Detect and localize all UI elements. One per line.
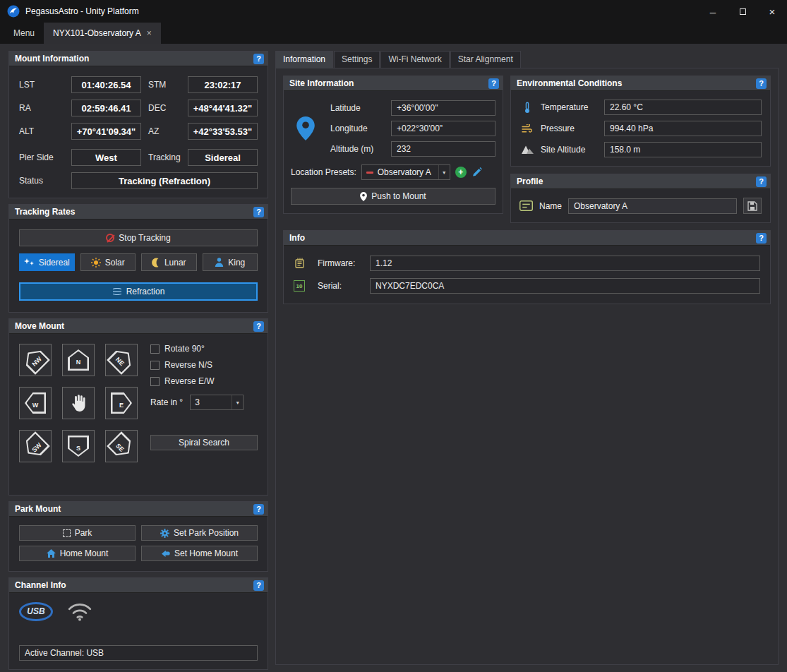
se-badge-icon: SE — [107, 431, 136, 461]
home-mount-button[interactable]: Home Mount — [19, 546, 136, 561]
move-w-button[interactable]: W — [19, 387, 52, 419]
altitude-input[interactable]: 232 — [391, 141, 495, 157]
chevron-down-icon[interactable]: ▼ — [232, 395, 243, 409]
e-badge-icon: E — [111, 392, 132, 414]
minimize-button[interactable]: – — [698, 0, 728, 23]
refraction-icon — [112, 288, 122, 295]
save-profile-button[interactable] — [743, 198, 762, 214]
spiral-search-label: Spiral Search — [179, 438, 229, 448]
channel-icons: USB — [19, 601, 258, 621]
move-options: Rotate 90° Reverse N/S Reverse E/W Rate … — [150, 344, 258, 462]
stop-tracking-button[interactable]: Stop Tracking — [19, 229, 258, 246]
preset-color-icon — [366, 172, 373, 174]
profile-name-label: Name — [539, 201, 562, 211]
panel-title: Tracking Rates — [15, 207, 75, 217]
longitude-input[interactable]: +022°30'00" — [391, 121, 495, 136]
floppy-icon — [747, 201, 757, 211]
chevron-down-icon[interactable]: ▼ — [438, 165, 450, 179]
info-header: Info ? — [284, 231, 770, 246]
move-s-button[interactable]: S — [62, 430, 95, 462]
tracking-rates-panel: Tracking Rates ? Stop Tracking Sidereal … — [8, 204, 268, 313]
latitude-input[interactable]: +36°00'00" — [391, 100, 495, 116]
tab-device[interactable]: NYX101-Observatory A × — [44, 23, 161, 44]
reverse-ew-label: Reverse E/W — [164, 376, 215, 386]
home-mount-label: Home Mount — [60, 548, 109, 558]
tab-wifi-network[interactable]: Wi-Fi Network — [380, 51, 449, 68]
stop-move-button[interactable] — [62, 387, 95, 419]
move-sw-button[interactable]: SW — [19, 430, 52, 462]
refraction-button[interactable]: Refraction — [19, 282, 258, 301]
tab-menu[interactable]: Menu — [4, 23, 44, 44]
panel-title: Channel Info — [15, 580, 66, 590]
help-icon[interactable]: ? — [488, 78, 499, 89]
help-icon[interactable]: ? — [756, 78, 767, 89]
mount-information-header: Mount Information ? — [9, 52, 268, 66]
stop-tracking-label: Stop Tracking — [119, 233, 170, 243]
set-park-position-button[interactable]: Set Park Position — [141, 525, 258, 541]
push-to-mount-label: Push to Mount — [371, 191, 426, 201]
device-tabstrip: Information Settings Wi-Fi Network Star … — [275, 51, 779, 68]
help-icon[interactable]: ? — [756, 176, 767, 187]
close-button[interactable]: × — [757, 0, 787, 23]
profile-header: Profile ? — [511, 174, 770, 189]
reverse-ns-checkbox[interactable]: Reverse N/S — [150, 360, 258, 370]
s-badge-icon: S — [68, 436, 89, 457]
move-se-button[interactable]: SE — [105, 430, 138, 462]
dec-label: DEC — [148, 103, 181, 113]
help-icon[interactable]: ? — [253, 54, 264, 64]
sun-icon — [91, 258, 101, 268]
move-e-button[interactable]: E — [105, 387, 138, 419]
set-home-mount-button[interactable]: Set Home Mount — [141, 546, 258, 561]
tracking-rates-body: Stop Tracking Sidereal Solar Lunar — [9, 220, 268, 312]
edit-pencil-icon[interactable] — [471, 167, 483, 178]
profile-name-input[interactable]: Observatory A — [568, 198, 737, 214]
help-icon[interactable]: ? — [253, 504, 264, 515]
lunar-button[interactable]: Lunar — [141, 253, 197, 271]
preset-select[interactable]: Observatory A ▼ — [361, 164, 450, 180]
panel-title: Profile — [517, 176, 543, 186]
person-icon — [215, 258, 224, 267]
direction-pad: NW N NE W E SW S SE — [19, 344, 138, 462]
help-icon[interactable]: ? — [253, 580, 264, 591]
serial-binary-icon — [294, 280, 305, 292]
king-button[interactable]: King — [203, 253, 258, 271]
tab-close-icon[interactable]: × — [147, 28, 152, 38]
tab-device-label: NYX101-Observatory A — [53, 28, 141, 38]
reverse-ew-checkbox[interactable]: Reverse E/W — [150, 376, 258, 386]
n-badge-icon: N — [68, 349, 89, 371]
move-n-button[interactable]: N — [62, 344, 95, 376]
alt-value: +70°41'09.34" — [71, 123, 141, 140]
info-panel: Info ? Firmware: 1.12 Serial: NYXDC7EDC0… — [283, 230, 771, 304]
tab-star-alignment[interactable]: Star Alignment — [450, 51, 521, 68]
push-to-mount-button[interactable]: Push to Mount — [291, 188, 495, 205]
lst-label: LST — [19, 80, 64, 90]
site-altitude-label: Site Altitude — [541, 145, 599, 155]
info-body: Firmware: 1.12 Serial: NYXDC7EDC0CA — [284, 246, 770, 304]
help-icon[interactable]: ? — [253, 321, 264, 332]
help-icon[interactable]: ? — [756, 233, 767, 244]
move-mount-body: NW N NE W E SW S SE Rotate 90° — [9, 334, 268, 495]
move-mount-panel: Move Mount ? NW N NE W E SW S SE — [8, 318, 268, 496]
spiral-search-button[interactable]: Spiral Search — [150, 435, 258, 450]
titlebar: PegasusAstro - Unity Platform – × — [0, 0, 787, 23]
information-tab-content: Site Information ? Latitude +36°00'00" L… — [275, 68, 779, 665]
maximize-button[interactable] — [728, 0, 757, 23]
add-preset-button[interactable]: + — [455, 167, 467, 178]
rotate-90-checkbox[interactable]: Rotate 90° — [150, 344, 258, 354]
environmental-header: Environmental Conditions ? — [511, 76, 770, 91]
rate-select[interactable]: 3 ▼ — [190, 395, 244, 410]
tab-information[interactable]: Information — [275, 51, 333, 68]
help-icon[interactable]: ? — [253, 207, 264, 217]
move-ne-button[interactable]: NE — [105, 344, 138, 376]
usb-icon: USB — [19, 602, 53, 621]
solar-button[interactable]: Solar — [80, 253, 136, 271]
sidereal-button[interactable]: Sidereal — [19, 253, 75, 271]
gear-icon — [160, 529, 169, 538]
park-button[interactable]: Park — [19, 525, 136, 541]
nw-badge-icon: NW — [20, 345, 50, 375]
panel-title: Environmental Conditions — [517, 78, 622, 88]
move-nw-button[interactable]: NW — [19, 344, 52, 376]
tab-settings[interactable]: Settings — [334, 51, 380, 68]
pressure-icon — [519, 124, 535, 133]
profile-panel: Profile ? Name Observatory A — [510, 174, 771, 223]
